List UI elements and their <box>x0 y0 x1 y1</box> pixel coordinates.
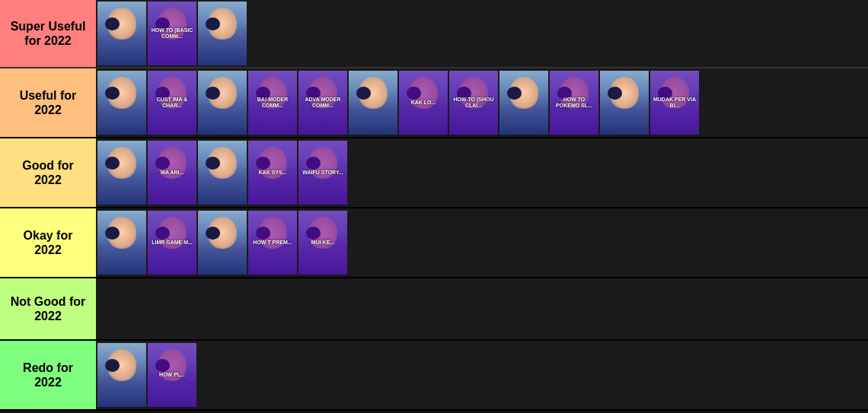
list-item[interactable]: MUI KE... <box>298 211 347 275</box>
list-item[interactable]: MUDAK PER VIA BI... <box>650 71 699 135</box>
tier-content-notgood <box>96 278 868 339</box>
tier-content-super: HOW TO (BASIC COMM... <box>96 0 868 67</box>
tier-row-good: Good for 2022 WA ARI... KAK SYS... <box>0 138 868 208</box>
list-item[interactable] <box>97 211 146 275</box>
list-item[interactable]: ADVA MODER COMM... <box>298 71 347 135</box>
list-item[interactable]: HOW TO (BASIC COMM... <box>148 2 196 65</box>
tier-row-super: Super Useful for 2022 HOW TO (BASIC COMM… <box>0 0 868 68</box>
tier-label-okay: Okay for 2022 <box>0 208 96 277</box>
list-item[interactable] <box>499 71 548 135</box>
tier-content-redo: HOW PL... <box>96 341 868 409</box>
tier-row-redo: Redo for 2022 HOW PL... <box>0 341 868 411</box>
list-item[interactable] <box>198 141 247 205</box>
list-item[interactable]: LIMR GAME M... <box>148 211 196 275</box>
list-item[interactable]: KAK SYS... <box>248 141 297 205</box>
list-item[interactable] <box>600 71 649 135</box>
tier-content-useful: CUST IMA & CHAR... BA! MODER COMM... ADV… <box>96 68 868 137</box>
list-item[interactable] <box>97 71 146 135</box>
list-item[interactable] <box>349 71 397 135</box>
tier-label-notgood: Not Good for 2022 <box>0 278 96 339</box>
list-item[interactable]: WA ARI... <box>148 141 196 205</box>
tier-row-okay: Okay for 2022 LIMR GAME M... HOW T PREM.… <box>0 208 868 278</box>
list-item[interactable]: BA! MODER COMM... <box>248 71 297 135</box>
list-item[interactable] <box>97 141 146 205</box>
list-item[interactable]: HOW TO (SHOU CLAI... <box>449 71 498 135</box>
list-item[interactable] <box>97 2 146 65</box>
tier-label-good: Good for 2022 <box>0 138 96 207</box>
list-item[interactable]: WAIFU STORY... <box>298 141 347 205</box>
tier-row-useful: Useful for 2022 CUST IMA & CHAR... BA! M… <box>0 68 868 138</box>
list-item[interactable] <box>198 2 247 65</box>
list-item[interactable]: KAK LO... <box>399 71 448 135</box>
tier-row-notgood: Not Good for 2022 <box>0 278 868 341</box>
list-item[interactable] <box>198 211 247 275</box>
tier-content-okay: LIMR GAME M... HOW T PREM... MUI KE... <box>96 208 868 277</box>
list-item[interactable]: HOW TO POKEMO SL... <box>550 71 598 135</box>
tier-label-super: Super Useful for 2022 <box>0 0 96 67</box>
tier-content-good: WA ARI... KAK SYS... WAIFU STORY... <box>96 138 868 207</box>
list-item[interactable]: HOW PL... <box>148 343 196 407</box>
tier-label-redo: Redo for 2022 <box>0 341 96 409</box>
tier-list: TiERMAKER Super Useful for 2022 HOW TO (… <box>0 0 868 413</box>
list-item[interactable] <box>198 71 247 135</box>
list-item[interactable] <box>97 343 146 407</box>
tier-label-useful: Useful for 2022 <box>0 68 96 137</box>
list-item[interactable]: CUST IMA & CHAR... <box>148 71 196 135</box>
list-item[interactable]: HOW T PREM... <box>248 211 297 275</box>
